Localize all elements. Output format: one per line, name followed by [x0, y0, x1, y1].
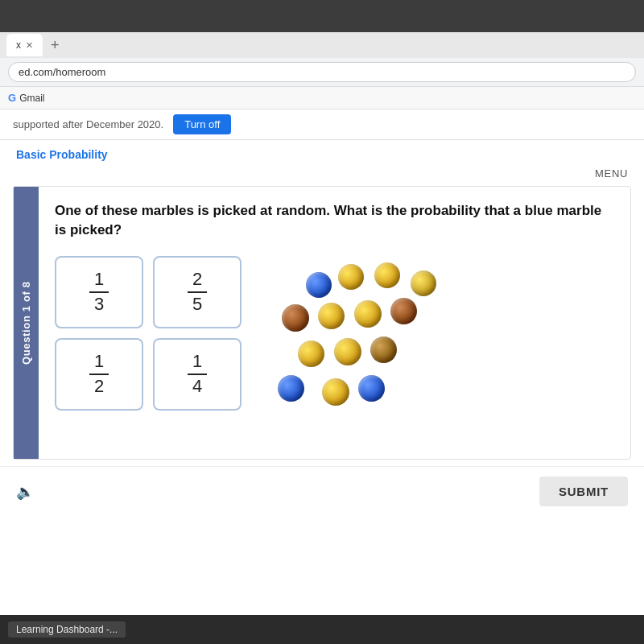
marble-5 [318, 303, 345, 329]
bookmark-label: Gmail [19, 93, 44, 104]
bookmarks-bar: G Gmail [0, 87, 644, 109]
marble-2 [374, 262, 400, 288]
fraction-num: 2 [192, 270, 202, 289]
fraction-den: 2 [94, 377, 104, 396]
marble-7 [390, 298, 417, 324]
fraction-num: 1 [192, 352, 202, 371]
new-tab-button[interactable]: + [46, 35, 64, 56]
active-tab[interactable]: x ✕ [6, 34, 43, 56]
fraction-bar [89, 374, 109, 375]
card-body: One of these marbles is picked at random… [39, 187, 630, 459]
speaker-icon[interactable]: 🔈 [16, 483, 34, 501]
menu-button[interactable]: MENU [595, 167, 628, 180]
marble-display [258, 256, 451, 417]
answer-option-3[interactable]: 1 2 [55, 338, 143, 411]
submit-button[interactable]: SUBMIT [539, 477, 628, 506]
marble-0 [306, 272, 332, 298]
marble-12 [322, 378, 349, 406]
fraction-den: 5 [192, 295, 202, 314]
tab-close-button[interactable]: ✕ [26, 40, 33, 51]
answer-option-2[interactable]: 2 5 [153, 256, 242, 328]
address-bar-row: ed.com/homeroom [0, 58, 644, 87]
question-text: One of these marbles is picked at random… [55, 201, 614, 240]
fraction-num: 1 [94, 270, 104, 289]
marble-3 [411, 270, 436, 296]
marble-11 [278, 375, 304, 402]
fraction-den: 4 [192, 377, 202, 396]
fraction-bar [89, 291, 109, 293]
answer-option-1[interactable]: 1 3 [55, 256, 143, 328]
question-progress-label: Question 1 of 8 [14, 187, 39, 459]
bottom-bar: 🔈 SUBMIT [0, 466, 644, 516]
menu-bar: MENU [0, 164, 644, 183]
tab-label: x [16, 39, 21, 51]
address-bar[interactable]: ed.com/homeroom [8, 62, 636, 82]
fraction-2-5: 2 5 [188, 270, 207, 313]
notification-bar: supported after December 2020. Turn off [0, 109, 644, 140]
tab-bar: x ✕ + [0, 32, 644, 58]
fraction-bar [188, 374, 207, 375]
fraction-bar [188, 291, 207, 293]
marble-10 [370, 336, 397, 363]
taskbar: Learning Dashboard -... [0, 615, 644, 644]
answer-options-grid: 1 3 2 5 1 [55, 256, 242, 411]
answer-area: 1 3 2 5 1 [55, 256, 614, 417]
turn-off-button[interactable]: Turn off [173, 114, 231, 134]
main-content: Basic Probability MENU Question 1 of 8 O… [0, 140, 644, 516]
marble-6 [354, 300, 382, 328]
marble-1 [338, 264, 364, 290]
fraction-1-2: 1 2 [89, 352, 109, 395]
fraction-den: 3 [94, 295, 104, 314]
google-icon: G [8, 92, 16, 104]
gmail-bookmark[interactable]: G Gmail [8, 92, 44, 104]
marble-8 [298, 341, 324, 367]
taskbar-item[interactable]: Learning Dashboard -... [8, 621, 126, 638]
marble-13 [358, 375, 385, 402]
notification-text: supported after December 2020. [13, 118, 163, 130]
fraction-1-4: 1 4 [188, 352, 207, 395]
browser-chrome [0, 0, 644, 32]
fraction-1-3: 1 3 [89, 270, 109, 313]
question-card: Question 1 of 8 One of these marbles is … [13, 186, 631, 460]
answer-option-4[interactable]: 1 4 [153, 338, 242, 411]
marble-4 [282, 304, 309, 332]
section-title: Basic Probability [0, 140, 644, 164]
marble-9 [334, 338, 361, 365]
fraction-num: 1 [94, 352, 104, 371]
